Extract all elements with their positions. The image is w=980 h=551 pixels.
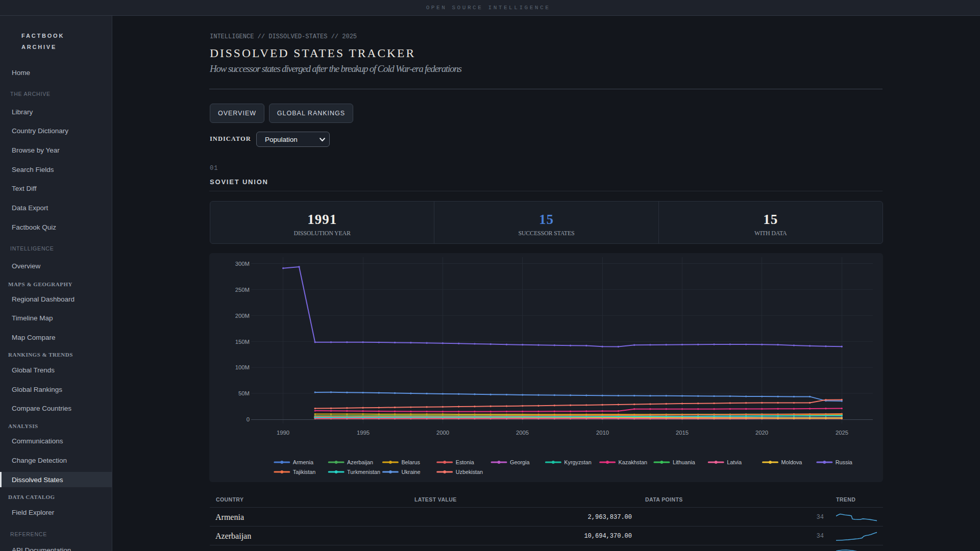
svg-text:250M: 250M: [235, 287, 250, 293]
svg-text:2010: 2010: [596, 430, 609, 436]
svg-text:2005: 2005: [516, 430, 529, 436]
svg-text:Lithuania: Lithuania: [673, 459, 695, 465]
svg-text:2015: 2015: [676, 430, 689, 436]
svg-text:Kazakhstan: Kazakhstan: [619, 459, 647, 465]
svg-text:150M: 150M: [235, 339, 250, 345]
svg-text:50M: 50M: [238, 390, 250, 396]
svg-text:Moldova: Moldova: [781, 459, 802, 465]
svg-text:Russia: Russia: [836, 459, 852, 465]
svg-text:1995: 1995: [357, 430, 370, 436]
svg-text:Estonia: Estonia: [456, 459, 474, 465]
svg-text:Tajikistan: Tajikistan: [293, 469, 315, 475]
svg-text:Georgia: Georgia: [510, 459, 529, 465]
svg-text:Latvia: Latvia: [727, 459, 742, 465]
svg-text:200M: 200M: [235, 313, 250, 319]
svg-text:Turkmenistan: Turkmenistan: [347, 469, 380, 475]
svg-text:300M: 300M: [235, 261, 250, 267]
svg-text:Belarus: Belarus: [401, 459, 420, 465]
svg-text:2000: 2000: [436, 430, 449, 436]
svg-text:2025: 2025: [836, 430, 848, 436]
svg-text:100M: 100M: [235, 364, 250, 370]
svg-text:2020: 2020: [755, 430, 768, 436]
svg-text:0: 0: [247, 416, 250, 422]
svg-text:Azerbaijan: Azerbaijan: [347, 459, 373, 465]
svg-text:Uzbekistan: Uzbekistan: [456, 469, 483, 475]
svg-text:Armenia: Armenia: [293, 459, 313, 465]
svg-text:Ukraine: Ukraine: [401, 469, 420, 475]
svg-text:1990: 1990: [277, 430, 289, 436]
svg-text:Kyrgyzstan: Kyrgyzstan: [564, 459, 591, 465]
